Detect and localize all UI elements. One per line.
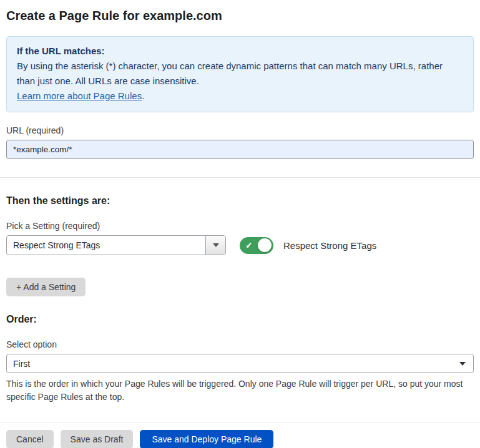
setting-picker-label: Pick a Setting (required) (6, 221, 474, 231)
section-divider-bottom (0, 422, 480, 422)
dropdown-arrow-icon (213, 243, 219, 247)
page-title: Create a Page Rule for example.com (6, 9, 474, 23)
create-page-rule-form: Create a Page Rule for example.com If th… (0, 0, 480, 448)
setting-select-arrow-button[interactable] (205, 236, 225, 255)
footer-actions: Cancel Save as Draft Save and Deploy Pag… (6, 430, 474, 448)
setting-select[interactable]: Respect Strong ETags (6, 235, 226, 255)
order-select[interactable]: First (6, 354, 474, 373)
settings-heading: Then the settings are: (6, 195, 474, 207)
setting-toggle[interactable]: ✓ (240, 237, 273, 254)
toggle-knob (258, 238, 272, 252)
order-select-label: Select option (6, 339, 474, 349)
info-box-heading: If the URL matches: (17, 44, 463, 59)
order-select-value: First (13, 359, 30, 369)
setting-select-value: Respect Strong ETags (7, 236, 205, 255)
save-draft-button[interactable]: Save as Draft (61, 430, 134, 448)
order-help-text: This is the order in which your Page Rul… (6, 377, 468, 404)
url-input[interactable] (6, 140, 474, 159)
order-heading: Order: (6, 314, 474, 325)
save-deploy-button[interactable]: Save and Deploy Page Rule (140, 430, 273, 448)
toggle-check-icon: ✓ (245, 241, 253, 250)
info-box-link-row: Learn more about Page Rules. (17, 89, 463, 104)
url-match-info-box: If the URL matches: By using the asteris… (6, 36, 474, 112)
setting-toggle-label: Respect Strong ETags (283, 240, 376, 251)
link-period: . (142, 90, 144, 101)
setting-row: Respect Strong ETags ✓ Respect Strong ET… (6, 235, 474, 255)
learn-more-link[interactable]: Learn more about Page Rules (17, 90, 142, 101)
info-box-body: By using the asterisk (*) character, you… (17, 59, 463, 89)
url-label: URL (required) (6, 125, 474, 135)
add-setting-button[interactable]: + Add a Setting (6, 278, 86, 296)
cancel-button[interactable]: Cancel (6, 430, 54, 448)
chevron-down-icon (459, 362, 466, 366)
section-divider-top (0, 177, 480, 178)
